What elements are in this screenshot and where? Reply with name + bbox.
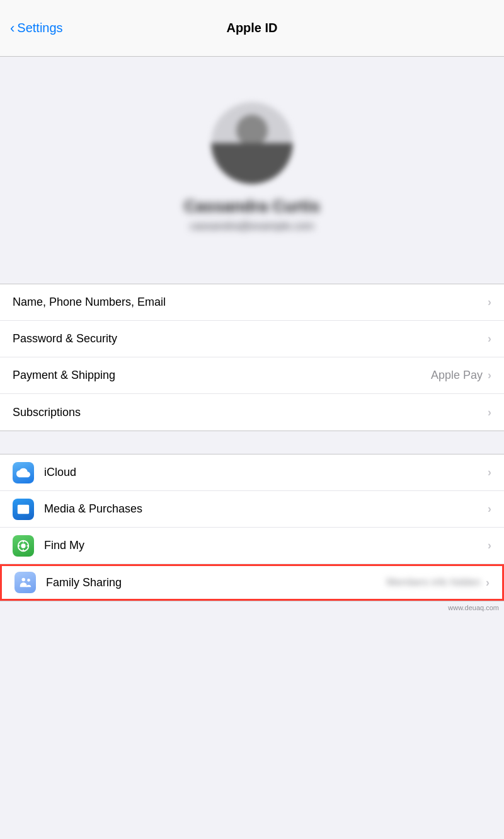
section-gap <box>0 431 504 454</box>
nav-bar: ‹ Settings Apple ID <box>0 0 504 57</box>
name-phone-email-chevron: › <box>488 296 491 309</box>
appstore-icon <box>13 499 34 520</box>
media-purchases-row[interactable]: Media & Purchases › <box>0 491 504 528</box>
page-title: Apple ID <box>226 21 277 35</box>
svg-point-6 <box>22 578 26 582</box>
svg-point-7 <box>27 579 30 582</box>
name-phone-email-label: Name, Phone Numbers, Email <box>13 296 488 309</box>
profile-section[interactable]: Cassandra Curtis cassandra@example.com <box>0 57 504 284</box>
icloud-chevron: › <box>488 466 491 479</box>
name-phone-email-row[interactable]: Name, Phone Numbers, Email › <box>0 284 504 321</box>
password-security-label: Password & Security <box>13 332 488 345</box>
family-sharing-chevron: › <box>486 576 490 589</box>
subscriptions-chevron: › <box>488 406 491 419</box>
family-sharing-label: Family Sharing <box>46 576 387 589</box>
family-sharing-icon <box>14 572 36 593</box>
media-purchases-label: Media & Purchases <box>44 502 488 516</box>
watermark: www.deuaq.com <box>0 601 504 614</box>
avatar <box>211 102 293 184</box>
account-settings-section: Name, Phone Numbers, Email › Password & … <box>0 284 504 431</box>
profile-email: cassandra@example.com <box>190 220 314 233</box>
services-settings-section: iCloud › Media & Purchases › Find My › <box>0 454 504 601</box>
subscriptions-row[interactable]: Subscriptions › <box>0 394 504 431</box>
payment-shipping-chevron: › <box>488 369 491 382</box>
password-security-row[interactable]: Password & Security › <box>0 321 504 357</box>
payment-shipping-row[interactable]: Payment & Shipping Apple Pay › <box>0 357 504 394</box>
back-label: Settings <box>17 21 62 35</box>
watermark-text: www.deuaq.com <box>448 604 499 611</box>
icloud-row[interactable]: iCloud › <box>0 454 504 491</box>
apple-pay-value: Apple Pay <box>431 369 483 382</box>
icloud-icon <box>13 462 34 483</box>
svg-point-0 <box>21 543 25 548</box>
family-sharing-value: Members info hidden <box>387 577 481 588</box>
family-svg <box>18 576 32 589</box>
payment-shipping-label: Payment & Shipping <box>13 369 431 382</box>
appstore-svg <box>16 502 30 516</box>
back-button[interactable]: ‹ Settings <box>10 20 63 37</box>
back-chevron-icon: ‹ <box>10 20 14 37</box>
profile-name: Cassandra Curtis <box>184 197 319 216</box>
password-security-chevron: › <box>488 332 491 345</box>
find-my-chevron: › <box>488 539 491 552</box>
find-my-label: Find My <box>44 539 488 552</box>
family-sharing-row[interactable]: Family Sharing Members info hidden › <box>0 564 504 601</box>
subscriptions-label: Subscriptions <box>13 406 488 419</box>
findmy-icon <box>13 535 34 557</box>
icloud-svg <box>16 466 30 480</box>
find-my-row[interactable]: Find My › <box>0 528 504 564</box>
media-purchases-chevron: › <box>488 502 491 516</box>
findmy-svg <box>16 539 30 553</box>
icloud-label: iCloud <box>44 466 488 479</box>
